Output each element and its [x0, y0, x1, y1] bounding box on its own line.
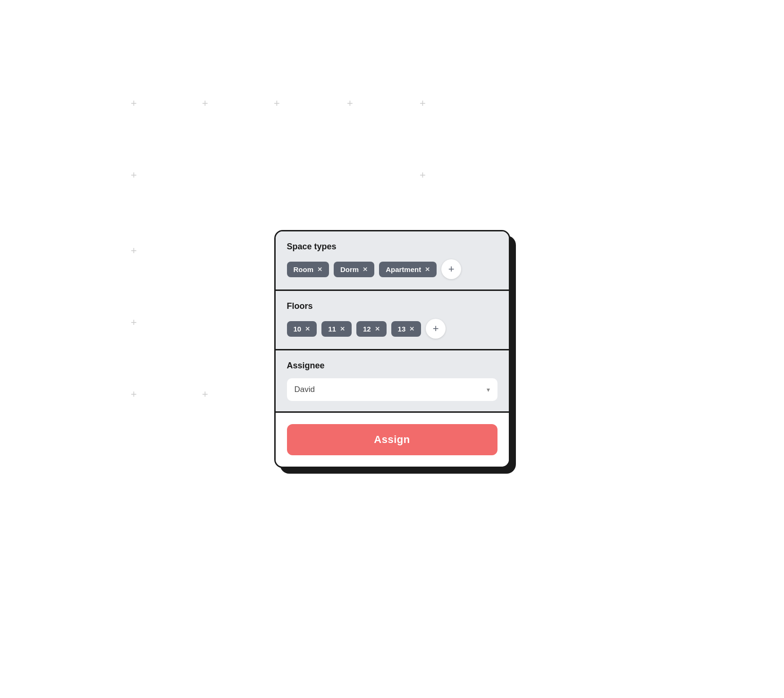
space-types-tags-row: Room ✕ Dorm ✕ Apartment ✕ + — [287, 259, 497, 279]
tag-dorm-text: Dorm — [340, 265, 359, 273]
tag-room-text: Room — [294, 265, 314, 273]
assignee-selected-value: David — [295, 385, 315, 394]
tag-floor-13-text: 13 — [398, 325, 406, 333]
plus-decoration: + — [131, 389, 137, 400]
floors-label: Floors — [287, 301, 497, 311]
assignee-select[interactable]: David ▾ — [287, 378, 497, 401]
plus-decoration: + — [420, 170, 426, 180]
tag-apartment-text: Apartment — [386, 265, 421, 273]
tag-floor-11-remove[interactable]: ✕ — [340, 326, 345, 332]
plus-decoration: + — [347, 98, 353, 109]
card-container: Space types Room ✕ Dorm ✕ Apartment ✕ + … — [274, 230, 510, 468]
tag-floor-10: 10 ✕ — [287, 321, 317, 337]
floors-section: Floors 10 ✕ 11 ✕ 12 ✕ 13 ✕ + — [276, 291, 509, 350]
tag-floor-13-remove[interactable]: ✕ — [409, 326, 414, 332]
space-types-label: Space types — [287, 242, 497, 252]
tag-apartment: Apartment ✕ — [379, 262, 437, 277]
assign-section: Assign — [276, 413, 509, 467]
tag-floor-13: 13 ✕ — [391, 321, 422, 337]
main-card: Space types Room ✕ Dorm ✕ Apartment ✕ + … — [274, 230, 510, 468]
assign-button[interactable]: Assign — [287, 424, 497, 455]
plus-decoration: + — [131, 246, 137, 256]
tag-floor-12-remove[interactable]: ✕ — [375, 326, 380, 332]
chevron-down-icon: ▾ — [487, 386, 490, 393]
tag-floor-10-text: 10 — [294, 325, 302, 333]
tag-floor-12-text: 12 — [363, 325, 371, 333]
tag-dorm-remove[interactable]: ✕ — [362, 266, 368, 272]
plus-decoration: + — [420, 98, 426, 109]
tag-floor-10-remove[interactable]: ✕ — [305, 326, 310, 332]
plus-decoration: + — [131, 98, 137, 109]
space-types-add-button[interactable]: + — [441, 259, 461, 279]
plus-decoration: + — [202, 389, 208, 400]
tag-floor-11-text: 11 — [328, 325, 336, 333]
assignee-label: Assignee — [287, 361, 497, 371]
plus-decoration: + — [131, 317, 137, 328]
floors-tags-row: 10 ✕ 11 ✕ 12 ✕ 13 ✕ + — [287, 319, 497, 339]
plus-decoration: + — [131, 170, 137, 180]
tag-apartment-remove[interactable]: ✕ — [425, 266, 430, 272]
tag-dorm: Dorm ✕ — [334, 262, 374, 277]
tag-room: Room ✕ — [287, 262, 329, 277]
plus-decoration: + — [274, 98, 280, 109]
tag-floor-12: 12 ✕ — [356, 321, 387, 337]
space-types-section: Space types Room ✕ Dorm ✕ Apartment ✕ + — [276, 231, 509, 291]
tag-floor-11: 11 ✕ — [321, 321, 352, 337]
assignee-select-wrapper: David ▾ — [287, 378, 497, 401]
assignee-section: Assignee David ▾ — [276, 350, 509, 413]
plus-decoration: + — [202, 98, 208, 109]
floors-add-button[interactable]: + — [426, 319, 446, 339]
tag-room-remove[interactable]: ✕ — [317, 266, 322, 272]
